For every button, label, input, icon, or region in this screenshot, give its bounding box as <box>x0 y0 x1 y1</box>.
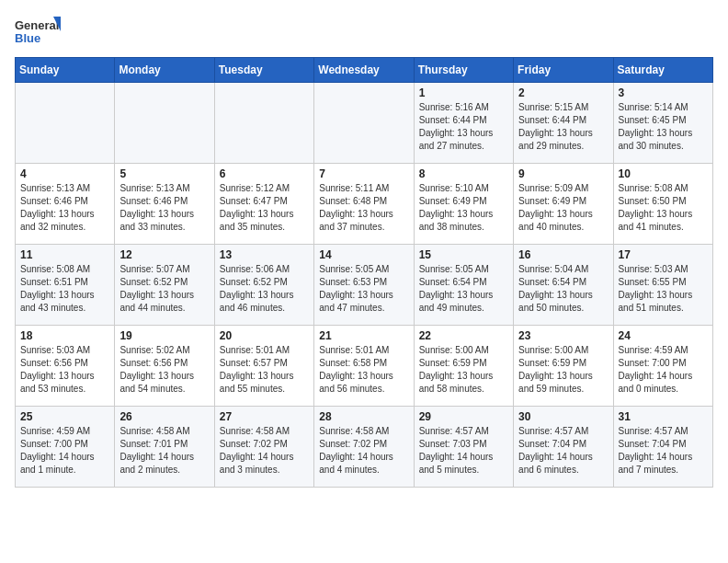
calendar-day-19: 19Sunrise: 5:02 AM Sunset: 6:56 PM Dayli… <box>115 326 214 407</box>
day-info: Sunrise: 5:01 AM Sunset: 6:57 PM Dayligh… <box>220 345 294 394</box>
calendar-day-25: 25Sunrise: 4:59 AM Sunset: 7:00 PM Dayli… <box>16 407 115 488</box>
calendar-week-row: 11Sunrise: 5:08 AM Sunset: 6:51 PM Dayli… <box>16 245 713 326</box>
day-number: 19 <box>119 329 209 342</box>
calendar-empty-cell <box>16 83 115 164</box>
calendar-day-14: 14Sunrise: 5:05 AM Sunset: 6:53 PM Dayli… <box>314 245 414 326</box>
day-number: 13 <box>220 248 309 261</box>
day-number: 2 <box>518 86 608 99</box>
header: GeneralBlue <box>15 15 713 48</box>
day-info: Sunrise: 5:12 AM Sunset: 6:47 PM Dayligh… <box>220 183 294 232</box>
calendar-table: SundayMondayTuesdayWednesdayThursdayFrid… <box>15 57 713 488</box>
day-number: 24 <box>619 329 708 342</box>
day-info: Sunrise: 5:04 AM Sunset: 6:54 PM Dayligh… <box>518 264 593 313</box>
logo: GeneralBlue <box>15 15 61 48</box>
day-info: Sunrise: 5:15 AM Sunset: 6:44 PM Dayligh… <box>518 102 593 151</box>
calendar-empty-cell <box>314 83 414 164</box>
calendar-week-row: 4Sunrise: 5:13 AM Sunset: 6:46 PM Daylig… <box>16 164 713 245</box>
calendar-empty-cell <box>115 83 214 164</box>
day-number: 3 <box>619 86 708 99</box>
weekday-header-tuesday: Tuesday <box>214 58 313 83</box>
day-info: Sunrise: 5:06 AM Sunset: 6:52 PM Dayligh… <box>220 264 294 313</box>
day-number: 29 <box>419 410 508 423</box>
calendar-week-row: 1Sunrise: 5:16 AM Sunset: 6:44 PM Daylig… <box>16 83 713 164</box>
day-info: Sunrise: 5:08 AM Sunset: 6:51 PM Dayligh… <box>20 264 95 313</box>
day-info: Sunrise: 4:57 AM Sunset: 7:03 PM Dayligh… <box>419 426 494 475</box>
day-number: 9 <box>518 167 608 180</box>
weekday-header-monday: Monday <box>115 58 214 83</box>
day-number: 17 <box>619 248 708 261</box>
calendar-day-20: 20Sunrise: 5:01 AM Sunset: 6:57 PM Dayli… <box>214 326 313 407</box>
calendar-day-10: 10Sunrise: 5:08 AM Sunset: 6:50 PM Dayli… <box>613 164 712 245</box>
day-info: Sunrise: 5:13 AM Sunset: 6:46 PM Dayligh… <box>119 183 194 232</box>
calendar-day-15: 15Sunrise: 5:05 AM Sunset: 6:54 PM Dayli… <box>414 245 513 326</box>
day-number: 7 <box>319 167 408 180</box>
day-number: 30 <box>518 410 608 423</box>
calendar-day-11: 11Sunrise: 5:08 AM Sunset: 6:51 PM Dayli… <box>16 245 115 326</box>
calendar-day-26: 26Sunrise: 4:58 AM Sunset: 7:01 PM Dayli… <box>115 407 214 488</box>
calendar-day-18: 18Sunrise: 5:03 AM Sunset: 6:56 PM Dayli… <box>16 326 115 407</box>
calendar-day-9: 9Sunrise: 5:09 AM Sunset: 6:49 PM Daylig… <box>514 164 613 245</box>
day-info: Sunrise: 5:14 AM Sunset: 6:45 PM Dayligh… <box>619 102 693 151</box>
day-number: 4 <box>20 167 109 180</box>
day-info: Sunrise: 4:58 AM Sunset: 7:02 PM Dayligh… <box>319 426 393 475</box>
day-number: 16 <box>518 248 608 261</box>
logo-icon: GeneralBlue <box>15 15 61 48</box>
day-info: Sunrise: 5:05 AM Sunset: 6:54 PM Dayligh… <box>419 264 494 313</box>
calendar-day-4: 4Sunrise: 5:13 AM Sunset: 6:46 PM Daylig… <box>16 164 115 245</box>
calendar-day-17: 17Sunrise: 5:03 AM Sunset: 6:55 PM Dayli… <box>613 245 712 326</box>
day-info: Sunrise: 5:03 AM Sunset: 6:56 PM Dayligh… <box>20 345 95 394</box>
calendar-body: 1Sunrise: 5:16 AM Sunset: 6:44 PM Daylig… <box>16 83 713 488</box>
calendar-day-21: 21Sunrise: 5:01 AM Sunset: 6:58 PM Dayli… <box>314 326 414 407</box>
day-info: Sunrise: 5:03 AM Sunset: 6:55 PM Dayligh… <box>619 264 693 313</box>
svg-text:Blue: Blue <box>15 31 40 45</box>
day-number: 11 <box>20 248 109 261</box>
day-number: 31 <box>619 410 708 423</box>
day-number: 5 <box>119 167 209 180</box>
calendar-day-6: 6Sunrise: 5:12 AM Sunset: 6:47 PM Daylig… <box>214 164 313 245</box>
calendar-day-1: 1Sunrise: 5:16 AM Sunset: 6:44 PM Daylig… <box>414 83 513 164</box>
day-info: Sunrise: 5:09 AM Sunset: 6:49 PM Dayligh… <box>518 183 593 232</box>
day-number: 22 <box>419 329 508 342</box>
weekday-header-thursday: Thursday <box>414 58 513 83</box>
calendar-day-13: 13Sunrise: 5:06 AM Sunset: 6:52 PM Dayli… <box>214 245 313 326</box>
calendar-day-29: 29Sunrise: 4:57 AM Sunset: 7:03 PM Dayli… <box>414 407 513 488</box>
day-number: 18 <box>20 329 109 342</box>
weekday-header-wednesday: Wednesday <box>314 58 414 83</box>
calendar-day-8: 8Sunrise: 5:10 AM Sunset: 6:49 PM Daylig… <box>414 164 513 245</box>
calendar-day-16: 16Sunrise: 5:04 AM Sunset: 6:54 PM Dayli… <box>514 245 613 326</box>
day-info: Sunrise: 5:05 AM Sunset: 6:53 PM Dayligh… <box>319 264 393 313</box>
day-info: Sunrise: 4:59 AM Sunset: 7:00 PM Dayligh… <box>20 426 95 475</box>
day-number: 28 <box>319 410 408 423</box>
calendar-day-23: 23Sunrise: 5:00 AM Sunset: 6:59 PM Dayli… <box>514 326 613 407</box>
weekday-header-sunday: Sunday <box>16 58 115 83</box>
day-info: Sunrise: 5:08 AM Sunset: 6:50 PM Dayligh… <box>619 183 693 232</box>
day-number: 26 <box>119 410 209 423</box>
calendar-day-28: 28Sunrise: 4:58 AM Sunset: 7:02 PM Dayli… <box>314 407 414 488</box>
day-info: Sunrise: 4:58 AM Sunset: 7:02 PM Dayligh… <box>220 426 294 475</box>
day-number: 12 <box>119 248 209 261</box>
day-info: Sunrise: 4:58 AM Sunset: 7:01 PM Dayligh… <box>119 426 194 475</box>
calendar-day-5: 5Sunrise: 5:13 AM Sunset: 6:46 PM Daylig… <box>115 164 214 245</box>
day-info: Sunrise: 4:57 AM Sunset: 7:04 PM Dayligh… <box>619 426 693 475</box>
day-number: 25 <box>20 410 109 423</box>
day-info: Sunrise: 5:00 AM Sunset: 6:59 PM Dayligh… <box>518 345 593 394</box>
day-info: Sunrise: 5:10 AM Sunset: 6:49 PM Dayligh… <box>419 183 494 232</box>
day-number: 23 <box>518 329 608 342</box>
day-number: 21 <box>319 329 408 342</box>
weekday-header-row: SundayMondayTuesdayWednesdayThursdayFrid… <box>16 58 713 83</box>
day-info: Sunrise: 4:57 AM Sunset: 7:04 PM Dayligh… <box>518 426 593 475</box>
day-number: 1 <box>419 86 508 99</box>
calendar-header: SundayMondayTuesdayWednesdayThursdayFrid… <box>16 58 713 83</box>
calendar-day-12: 12Sunrise: 5:07 AM Sunset: 6:52 PM Dayli… <box>115 245 214 326</box>
day-number: 6 <box>220 167 309 180</box>
day-info: Sunrise: 5:07 AM Sunset: 6:52 PM Dayligh… <box>119 264 194 313</box>
day-number: 8 <box>419 167 508 180</box>
calendar-day-7: 7Sunrise: 5:11 AM Sunset: 6:48 PM Daylig… <box>314 164 414 245</box>
svg-text:General: General <box>15 18 59 32</box>
weekday-header-saturday: Saturday <box>613 58 712 83</box>
day-number: 20 <box>220 329 309 342</box>
calendar-day-30: 30Sunrise: 4:57 AM Sunset: 7:04 PM Dayli… <box>514 407 613 488</box>
calendar-empty-cell <box>214 83 313 164</box>
calendar-day-24: 24Sunrise: 4:59 AM Sunset: 7:00 PM Dayli… <box>613 326 712 407</box>
calendar-week-row: 18Sunrise: 5:03 AM Sunset: 6:56 PM Dayli… <box>16 326 713 407</box>
